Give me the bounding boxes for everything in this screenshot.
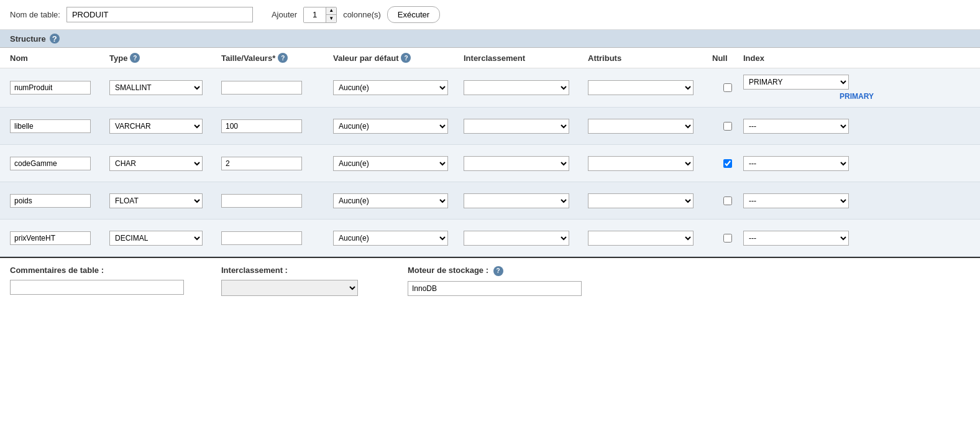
table-row: INTSMALLINTTINYINTBIGINTVARCHARCHARTEXTF… [0, 108, 980, 145]
row-name-input[interactable] [10, 194, 91, 208]
null-cell [712, 196, 743, 205]
spinner-arrows: ▲ ▼ [326, 7, 336, 22]
null-checkbox[interactable] [723, 196, 732, 205]
size-input[interactable] [221, 157, 302, 170]
default-select[interactable]: Aucun(e)NULLCURRENT_TIMESTAMPDéfini(e) [333, 119, 448, 134]
header-null: Null [712, 53, 743, 63]
size-input[interactable] [221, 231, 302, 245]
size-input[interactable] [221, 119, 302, 133]
index-cell: ---PRIMARYUNIQUEINDEXFULLTEXTPRIMARY [743, 75, 970, 101]
moteur-label: Moteur de stockage : ? [408, 266, 970, 276]
null-cell [712, 122, 743, 131]
valeur-help-icon[interactable]: ? [401, 53, 411, 63]
default-select[interactable]: Aucun(e)NULLCURRENT_TIMESTAMPDéfini(e) [333, 80, 448, 95]
commentaires-input[interactable] [10, 280, 184, 295]
null-cell [712, 159, 743, 168]
type-select[interactable]: INTSMALLINTTINYINTBIGINTVARCHARCHARTEXTF… [109, 231, 203, 246]
default-select[interactable]: Aucun(e)NULLCURRENT_TIMESTAMPDéfini(e) [333, 156, 448, 171]
table-row: INTSMALLINTTINYINTBIGINTVARCHARCHARTEXTF… [0, 145, 980, 182]
index-cell: ---PRIMARYUNIQUEINDEXFULLTEXT [743, 193, 970, 208]
spinner-up-button[interactable]: ▲ [326, 7, 336, 15]
type-cell: INTSMALLINTTINYINTBIGINTVARCHARCHARTEXTF… [109, 231, 221, 246]
header-nom: Nom [10, 53, 109, 63]
index-select[interactable]: ---PRIMARYUNIQUEINDEXFULLTEXT [743, 156, 849, 171]
header-interclassement: Interclassement [464, 53, 588, 63]
interclassement-section: Interclassement : [221, 266, 395, 296]
structure-title: Structure [10, 34, 46, 44]
commentaires-label: Commentaires de table : [10, 266, 209, 275]
attrib-select[interactable]: BINARYUNSIGNEDUNSIGNED ZEROFILLon update… [588, 156, 694, 171]
row-name-input[interactable] [10, 157, 91, 170]
spinner-down-button[interactable]: ▼ [326, 15, 336, 22]
row-name-input[interactable] [10, 81, 91, 95]
moteur-input[interactable] [408, 281, 582, 296]
attrib-select[interactable]: BINARYUNSIGNEDUNSIGNED ZEROFILLon update… [588, 193, 694, 208]
column-count-input[interactable] [304, 7, 326, 22]
column-headers: Nom Type ? Taille/Valeurs* ? Valeur par … [0, 48, 980, 68]
footer-grid: Commentaires de table : Interclassement … [10, 266, 970, 296]
top-bar: Nom de table: Ajouter ▲ ▼ colonne(s) Exé… [0, 0, 980, 30]
taille-help-icon[interactable]: ? [278, 53, 288, 63]
index-select[interactable]: ---PRIMARYUNIQUEINDEXFULLTEXT [743, 75, 849, 90]
structure-help-icon[interactable]: ? [50, 34, 60, 44]
attrib-select[interactable]: BINARYUNSIGNEDUNSIGNED ZEROFILLon update… [588, 231, 694, 246]
table-row: INTSMALLINTTINYINTBIGINTVARCHARCHARTEXTF… [0, 220, 980, 257]
structure-header: Structure ? [0, 30, 980, 48]
default-select[interactable]: Aucun(e)NULLCURRENT_TIMESTAMPDéfini(e) [333, 193, 448, 208]
row-name-input[interactable] [10, 119, 91, 133]
index-select[interactable]: ---PRIMARYUNIQUEINDEXFULLTEXT [743, 193, 849, 208]
type-select[interactable]: INTSMALLINTTINYINTBIGINTVARCHARCHARTEXTF… [109, 119, 203, 134]
null-cell [712, 83, 743, 92]
type-select[interactable]: INTSMALLINTTINYINTBIGINTVARCHARCHARTEXTF… [109, 80, 203, 95]
type-select[interactable]: INTSMALLINTTINYINTBIGINTVARCHARCHARTEXTF… [109, 193, 203, 208]
size-input[interactable] [221, 81, 302, 95]
colonnes-label: colonne(s) [343, 10, 381, 19]
footer: Commentaires de table : Interclassement … [0, 257, 980, 296]
type-cell: INTSMALLINTTINYINTBIGINTVARCHARCHARTEXTF… [109, 80, 221, 95]
type-select[interactable]: INTSMALLINTTINYINTBIGINTVARCHARCHARTEXTF… [109, 156, 203, 171]
attrib-select[interactable]: BINARYUNSIGNEDUNSIGNED ZEROFILLon update… [588, 80, 694, 95]
moteur-section: Moteur de stockage : ? [408, 266, 970, 296]
interclassement-footer-select[interactable] [221, 280, 358, 296]
index-cell: ---PRIMARYUNIQUEINDEXFULLTEXT [743, 156, 970, 171]
size-input[interactable] [221, 194, 302, 208]
moteur-help-icon[interactable]: ? [493, 266, 503, 276]
attrib-select[interactable]: BINARYUNSIGNEDUNSIGNED ZEROFILLon update… [588, 119, 694, 134]
table-body: INTSMALLINTTINYINTBIGINTVARCHARCHARTEXTF… [0, 68, 980, 257]
header-taille: Taille/Valeurs* ? [221, 53, 333, 63]
null-cell [712, 234, 743, 243]
null-checkbox[interactable] [723, 234, 732, 243]
collation-select[interactable] [464, 156, 569, 171]
type-cell: INTSMALLINTTINYINTBIGINTVARCHARCHARTEXTF… [109, 119, 221, 134]
nom-de-table-label: Nom de table: [10, 10, 60, 19]
null-checkbox[interactable] [723, 83, 732, 92]
collation-select[interactable] [464, 119, 569, 134]
type-cell: INTSMALLINTTINYINTBIGINTVARCHARCHARTEXTF… [109, 156, 221, 171]
index-cell: ---PRIMARYUNIQUEINDEXFULLTEXT [743, 119, 970, 134]
type-cell: INTSMALLINTTINYINTBIGINTVARCHARCHARTEXTF… [109, 193, 221, 208]
null-checkbox[interactable] [723, 122, 732, 131]
table-row: INTSMALLINTTINYINTBIGINTVARCHARCHARTEXTF… [0, 182, 980, 220]
table-name-input[interactable] [66, 7, 253, 22]
header-index: Index [743, 53, 970, 63]
interclassement-footer-label: Interclassement : [221, 266, 395, 275]
default-select[interactable]: Aucun(e)NULLCURRENT_TIMESTAMPDéfini(e) [333, 231, 448, 246]
row-name-input[interactable] [10, 231, 91, 245]
index-select[interactable]: ---PRIMARYUNIQUEINDEXFULLTEXT [743, 231, 849, 246]
null-checkbox[interactable] [723, 159, 732, 168]
table-row: INTSMALLINTTINYINTBIGINTVARCHARCHARTEXTF… [0, 68, 980, 108]
collation-select[interactable] [464, 80, 569, 95]
executer-button[interactable]: Exécuter [387, 6, 440, 23]
collation-select[interactable] [464, 231, 569, 246]
header-attributs: Attributs [588, 53, 712, 63]
index-select[interactable]: ---PRIMARYUNIQUEINDEXFULLTEXT [743, 119, 849, 134]
column-count-spinner[interactable]: ▲ ▼ [303, 7, 337, 23]
collation-select[interactable] [464, 193, 569, 208]
index-badge: PRIMARY [743, 92, 970, 101]
type-help-icon[interactable]: ? [130, 53, 140, 63]
index-cell: ---PRIMARYUNIQUEINDEXFULLTEXT [743, 231, 970, 246]
header-type: Type ? [109, 53, 221, 63]
commentaires-section: Commentaires de table : [10, 266, 209, 295]
header-valeur-defaut: Valeur par défaut ? [333, 53, 464, 63]
ajouter-label: Ajouter [272, 10, 297, 19]
